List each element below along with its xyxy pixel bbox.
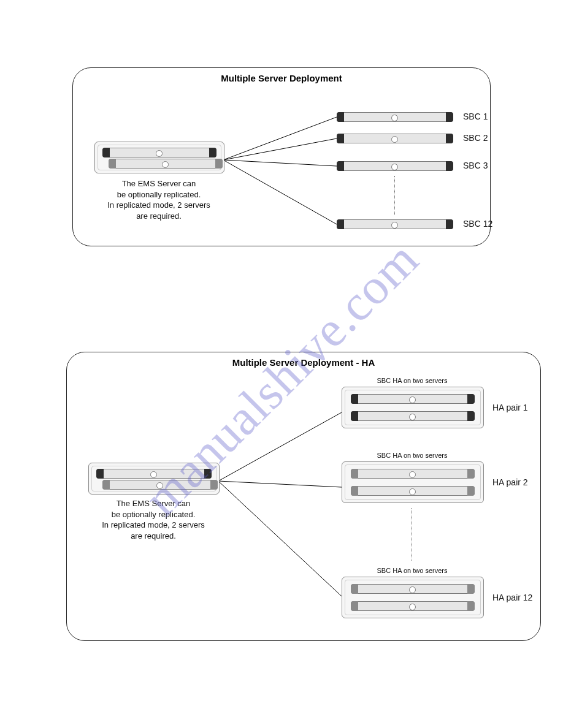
ha12-bar-b [351, 601, 475, 611]
sbc-bar-2 [337, 134, 453, 143]
panel2-caption: The EMS Server can be optionally replica… [88, 498, 218, 541]
sbc-bar-3 [337, 161, 453, 171]
caption-line: In replicated mode, 2 servers [102, 520, 205, 529]
ems-ha-bar-bottom [102, 480, 218, 490]
ha-box-label-12: SBC HA on two servers [342, 567, 483, 574]
sbc-bar-12 [337, 219, 453, 229]
caption-line: are required. [136, 211, 182, 221]
ha1-bar-a [351, 394, 475, 404]
sbc-label-2: SBC 2 [463, 133, 488, 143]
panel1-caption: The EMS Server can be optionally replica… [94, 178, 223, 221]
ha-box-label-2: SBC HA on two servers [342, 452, 483, 459]
svg-line-6 [218, 481, 342, 596]
sbc-label-3: SBC 3 [463, 161, 488, 170]
ems-bar-bottom [109, 159, 223, 169]
caption-line: In replicated mode, 2 servers [107, 200, 210, 210]
ems-server-box [94, 142, 224, 173]
caption-line: are required. [131, 531, 176, 540]
ha-box-1 [342, 387, 484, 428]
svg-line-2 [223, 160, 337, 166]
ems-ha-bar-top [96, 469, 212, 479]
ha-pair-label-12: HA pair 12 [492, 593, 532, 602]
ems-bar-top [102, 148, 216, 157]
panel1-ellipsis [394, 176, 396, 215]
caption-line: be optionally replicated. [117, 190, 201, 199]
caption-line: The EMS Server can [122, 179, 196, 188]
ha-pair-label-2: HA pair 2 [492, 477, 528, 487]
panel-multiple-server-ha: Multiple Server Deployment - HA The EMS … [66, 352, 541, 641]
ha-pair-label-1: HA pair 1 [492, 403, 528, 412]
svg-line-5 [218, 481, 342, 487]
svg-line-1 [223, 138, 337, 160]
ha1-bar-b [351, 411, 475, 421]
ems-server-box-ha [88, 463, 220, 495]
sbc-label-1: SBC 1 [463, 112, 488, 121]
page: Multiple Server Deployment The EMS Serve… [0, 0, 563, 728]
ha-box-2 [342, 461, 484, 503]
svg-line-0 [223, 117, 337, 160]
caption-line: be optionally replicated. [112, 510, 196, 519]
ha12-bar-a [351, 584, 475, 594]
sbc-bar-1 [337, 112, 453, 122]
panel-multiple-server: Multiple Server Deployment The EMS Serve… [72, 67, 491, 246]
ha-box-label-1: SBC HA on two servers [342, 377, 483, 384]
ha2-bar-b [351, 486, 475, 496]
ha2-bar-a [351, 469, 475, 479]
ha-box-12 [342, 577, 484, 618]
caption-line: The EMS Server can [117, 499, 191, 508]
panel2-ellipsis [412, 508, 413, 561]
svg-line-3 [223, 160, 337, 224]
sbc-label-12: SBC 12 [463, 219, 492, 229]
svg-line-4 [218, 412, 342, 481]
